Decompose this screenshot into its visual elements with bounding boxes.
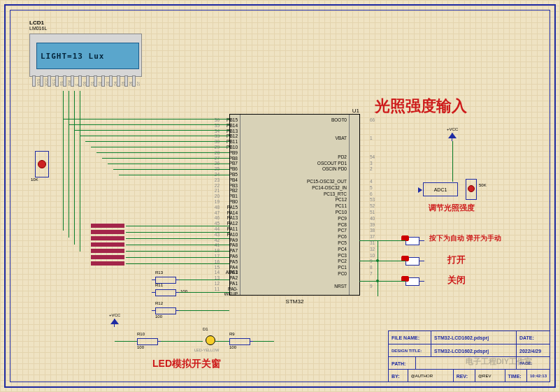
mcu-pin-label: PB9 — [229, 150, 238, 155]
lcd-ref: LCD1 — [29, 20, 44, 26]
label-led-sim: LED模拟开关窗 — [152, 358, 221, 370]
mcu-pin-label: PA7 — [229, 248, 238, 253]
mcu-pin-label: PC9 — [338, 216, 347, 221]
mcu-pin-label: OSCIN PD0 — [322, 166, 347, 171]
mcu-pin-number: 8 — [370, 265, 373, 270]
mcu-name: STM32 — [230, 298, 359, 305]
mcu-pin-label: PB0 — [229, 199, 238, 204]
lcd-screen: LIGHT=13 Lux — [36, 43, 139, 69]
mcu-pin-label: PA13 — [227, 215, 238, 220]
mcu-pin-number: 12 — [215, 281, 220, 286]
lcd-pin — [71, 75, 74, 87]
mcu-pin-number: 11 — [215, 286, 220, 291]
mcu-pin-number: 32 — [370, 247, 375, 252]
adc-arrow-icon — [418, 187, 422, 193]
mcu-pin-number: 31 — [370, 240, 375, 245]
mcu-pin-number: 37 — [370, 234, 375, 239]
mcu-pin-label: PC15-OSC32_OUT — [307, 179, 347, 184]
mcu-pin-number: 54 — [370, 154, 375, 159]
r11[interactable] — [155, 289, 176, 296]
adc-label: ADC1 — [434, 187, 447, 192]
schematic-canvas[interactable]: LCD1 LM016L LIGHT=13 Lux VSSVDDVEERSRWED… — [0, 0, 560, 392]
mcu-pin-label: PC4 — [338, 247, 347, 252]
lcd-pin — [124, 75, 128, 87]
title-light-input: 光照强度输入 — [375, 96, 467, 117]
mcu-pin-number: 52 — [370, 203, 375, 208]
adc-block[interactable]: ADC1 — [423, 182, 458, 196]
mcu-pin-number: 10 — [370, 253, 375, 258]
vcc-lbl: +VCC — [109, 313, 120, 317]
tb-design-val: STM32-LCD1602.pdsprj — [431, 344, 517, 357]
pot-knob-icon[interactable] — [38, 160, 46, 168]
lcd-pin — [117, 75, 120, 87]
pot2-knob-icon[interactable] — [468, 185, 475, 192]
tb-time-lbl: TIME: — [505, 370, 527, 382]
lcd-pin — [109, 75, 113, 87]
watermark: 电子工程DIY工作室 — [466, 356, 532, 367]
vcc-icon-2 — [448, 133, 457, 141]
mcu-pin-label: PC8 — [338, 222, 347, 227]
mcu-stm32[interactable]: U1 STM32 PB1536PB1435PB1334PB1233PB1130P… — [229, 114, 360, 296]
mcu-pin-number: 5 — [370, 185, 373, 190]
mcu-pin-number: 21 — [215, 188, 220, 193]
tb-date-lbl: DATE: — [517, 331, 540, 344]
pin-array[interactable] — [91, 224, 124, 271]
pot1-val: 10K — [31, 177, 38, 182]
lcd-pin — [78, 75, 82, 87]
lcd-component[interactable]: LIGHT=13 Lux — [29, 34, 142, 77]
lcd-pin — [32, 75, 36, 87]
mcu-pin-label: PA15 — [227, 205, 238, 210]
mcu-pin-label: PC14-OSC32_IN — [312, 185, 347, 190]
mcu-pin-number: 20 — [215, 194, 220, 198]
tb-rev-val: @REV — [475, 370, 505, 382]
r10[interactable] — [137, 338, 158, 345]
button-auto-manual[interactable] — [405, 237, 419, 245]
pot-rv1[interactable] — [35, 151, 49, 177]
tb-by-val: @AUTHOR — [408, 370, 454, 382]
mcu-pin-label: PC11 — [336, 203, 347, 208]
mcu-pin-label: OSCOUT PD1 — [317, 161, 347, 166]
mcu-pin-number: 44 — [215, 226, 220, 231]
r12-ref: R12 — [155, 301, 163, 305]
led-d1[interactable] — [206, 335, 215, 345]
r12-val: 100 — [155, 314, 162, 319]
button-open[interactable] — [405, 257, 419, 266]
mcu-pin-label: PA3 — [229, 270, 238, 275]
button-close[interactable] — [405, 277, 419, 286]
mcu-pin-label: PA14 — [227, 210, 238, 215]
mcu-pin-label: PB4 — [229, 177, 238, 182]
r11-ref: R11 — [155, 283, 163, 287]
mcu-pin-label: PA0-WKUP — [224, 286, 238, 296]
mcu-pin-label: NRST — [334, 284, 347, 289]
mcu-pin-number: 66 — [370, 117, 375, 122]
lcd-pin — [48, 75, 51, 87]
r12[interactable] — [155, 307, 176, 314]
pot2-val: 50K — [479, 183, 487, 187]
tb-time-val: 10:42:13 — [527, 370, 550, 382]
mcu-pin-number: 9 — [370, 284, 373, 289]
mcu-ref: U1 — [352, 108, 359, 114]
mcu-pin-label: PA9 — [229, 238, 238, 242]
mcu-pin-number: 19 — [215, 199, 220, 204]
mcu-pin-number: 47 — [215, 210, 220, 215]
mcu-pin-label: PB7 — [229, 161, 238, 166]
lcd-pin — [86, 75, 89, 87]
mcu-pin-label: PA11 — [227, 226, 238, 231]
mcu-pin-label: PB3 — [229, 183, 238, 188]
mcu-pin-label: PC0 — [338, 271, 347, 276]
mcu-pin-number: 39 — [370, 222, 375, 227]
mcu-pin-number: 22 — [215, 183, 220, 188]
d1-ref: D1 — [203, 327, 208, 331]
mcu-pin-label: PA6 — [229, 254, 238, 259]
r9[interactable] — [229, 338, 250, 345]
mcu-pin-number: 38 — [370, 228, 375, 233]
mcu-pin-label: PB1 — [229, 194, 238, 198]
tb-file-lbl: FILE NAME: — [389, 331, 431, 344]
mcu-pin-number: 3 — [370, 161, 373, 166]
d1-val: LED-YELLOW — [194, 348, 219, 352]
lcd-pin-label: D7 — [136, 82, 141, 86]
mcu-pin-number: 15 — [215, 265, 220, 270]
r10-ref: R10 — [137, 332, 145, 336]
mcu-pin-label: PA5 — [229, 259, 238, 264]
pot-rv2[interactable] — [466, 179, 477, 200]
